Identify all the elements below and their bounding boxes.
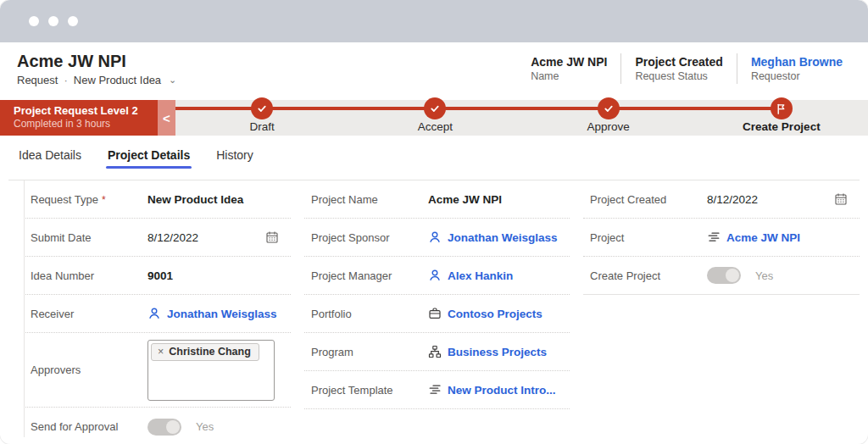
summary-label: Name (531, 70, 607, 82)
tab-history[interactable]: History (214, 145, 255, 170)
process-status: Completed in 3 hours (14, 118, 158, 130)
portfolio-lookup-link[interactable]: Contoso Projects (448, 308, 542, 320)
toggle-knob (166, 420, 180, 434)
page-title: Acme JW NPI (17, 52, 176, 71)
stage-create-project[interactable]: Create Project (695, 100, 868, 136)
field-idea-number: Idea Number 9001 (24, 257, 291, 295)
project-template-lookup-link[interactable]: New Product Intro... (448, 384, 556, 397)
idea-number-value[interactable]: 9001 (147, 269, 279, 282)
receiver-lookup-link[interactable]: Jonathan Weisglass (167, 308, 277, 320)
field-label: Approvers (31, 364, 147, 376)
field-label: Project Name (311, 193, 428, 206)
form-column-1: Request Type* New Product Idea Submit Da… (24, 180, 291, 444)
summary-value: Acme JW NPI (531, 55, 607, 69)
stage-label: Create Project (743, 120, 821, 133)
field-label: Submit Date (31, 231, 147, 244)
briefcase-icon (428, 307, 442, 320)
required-asterisk: * (102, 194, 106, 206)
requestor-link[interactable]: Meghan Browne (751, 55, 843, 69)
submit-date-value[interactable]: 8/12/2022 (147, 231, 198, 244)
stage-label: Approve (587, 120, 629, 133)
business-process-flow: Project Request Level 2 Completed in 3 h… (0, 100, 868, 136)
field-label: Project Template (311, 384, 428, 397)
field-label: Project (590, 231, 707, 244)
stage-label: Accept (418, 120, 453, 133)
form-column-2: Project Name Acme JW NPI Project Sponsor… (304, 180, 570, 444)
summary-field-requestor: Meghan Browne Requestor (737, 53, 856, 84)
stage-draft[interactable]: Draft (175, 100, 348, 136)
field-approvers: Approvers × Christine Chang (24, 333, 291, 408)
remove-tag-icon[interactable]: × (158, 346, 164, 358)
chevron-down-icon[interactable]: ⌄ (169, 75, 176, 86)
approver-tag: × Christine Chang (151, 343, 259, 361)
send-for-approval-toggle[interactable] (147, 419, 181, 436)
field-label: Project Created (590, 193, 707, 206)
process-track: Draft Accept Approve (175, 100, 868, 136)
field-label: Portfolio (311, 308, 428, 320)
field-label: Receiver (31, 308, 147, 320)
form-tabs: Idea Details Project Details History (0, 136, 868, 180)
window-dot-icon (68, 16, 78, 26)
summary-field-request-status: Project Created Request Status (620, 53, 736, 84)
stage-active-flag-icon (771, 97, 793, 119)
field-submit-date: Submit Date 8/12/2022 (24, 219, 291, 257)
field-project-manager: Project Manager Alex Hankin (304, 257, 570, 295)
stage-accept[interactable]: Accept (348, 100, 521, 136)
stage-complete-check-icon (251, 97, 273, 119)
toggle-state-label: Yes (755, 269, 773, 282)
record-subtitle: Request · New Product Idea ⌄ (17, 74, 176, 86)
subtitle-separator: · (64, 74, 67, 86)
org-chart-icon (428, 345, 442, 358)
field-label: Project Sponsor (311, 231, 428, 244)
field-label: Request Type* (31, 193, 147, 206)
stage-approve[interactable]: Approve (522, 100, 695, 136)
form-section: Request Type* New Product Idea Submit Da… (8, 180, 860, 444)
project-created-value[interactable]: 8/12/2022 (707, 193, 758, 206)
tab-idea-details[interactable]: Idea Details (17, 145, 83, 170)
field-label: Create Project (590, 269, 707, 282)
field-project: Project Acme JW NPI (583, 219, 860, 257)
create-project-toggle[interactable] (707, 267, 741, 284)
form-column-3: Project Created 8/12/2022 Project (583, 180, 860, 444)
field-send-for-approval: Send for Approval Yes (24, 408, 291, 444)
stage-label: Draft (249, 120, 274, 133)
project-lines-icon (428, 383, 442, 397)
approvers-input[interactable]: × Christine Chang (147, 340, 275, 401)
calendar-icon[interactable] (265, 230, 279, 244)
summary-label: Request Status (635, 70, 722, 82)
field-label: Send for Approval (31, 420, 147, 433)
process-collapse-button[interactable]: < (158, 100, 175, 136)
stage-complete-check-icon (598, 97, 620, 119)
person-icon (428, 269, 442, 282)
field-request-type: Request Type* New Product Idea (24, 180, 291, 219)
window-dot-icon (29, 16, 39, 26)
summary-label: Requestor (751, 70, 843, 82)
project-manager-lookup-link[interactable]: Alex Hankin (448, 269, 513, 282)
calendar-icon[interactable] (834, 192, 848, 206)
record-header: Acme JW NPI Request · New Product Idea ⌄… (0, 42, 868, 95)
form-selector[interactable]: New Product Idea (74, 74, 161, 86)
toggle-state-label: Yes (196, 420, 214, 433)
field-label: Program (311, 346, 428, 358)
window-dot-icon (48, 16, 58, 26)
chevron-left-icon: < (163, 111, 170, 125)
toggle-knob (726, 269, 739, 282)
record-type-label: Request (17, 74, 58, 86)
field-label: Idea Number (31, 269, 147, 282)
project-lookup-link[interactable]: Acme JW NPI (726, 231, 800, 244)
header-summary: Acme JW NPI Name Project Created Request… (517, 53, 856, 84)
process-banner: Project Request Level 2 Completed in 3 h… (0, 100, 158, 136)
request-type-value[interactable]: New Product Idea (147, 193, 279, 206)
tab-project-details[interactable]: Project Details (106, 145, 192, 170)
field-project-sponsor: Project Sponsor Jonathan Weisglass (304, 219, 570, 257)
summary-field-name: Acme JW NPI Name (517, 53, 620, 84)
project-name-value[interactable]: Acme JW NPI (428, 193, 558, 206)
field-program: Program Business Projects (304, 333, 570, 371)
person-icon (147, 307, 161, 320)
summary-value: Project Created (635, 55, 722, 69)
program-lookup-link[interactable]: Business Projects (448, 346, 547, 358)
stage-complete-check-icon (424, 97, 446, 119)
field-create-project: Create Project Yes (583, 257, 860, 295)
project-sponsor-lookup-link[interactable]: Jonathan Weisglass (448, 231, 558, 244)
project-lines-icon (707, 230, 721, 244)
